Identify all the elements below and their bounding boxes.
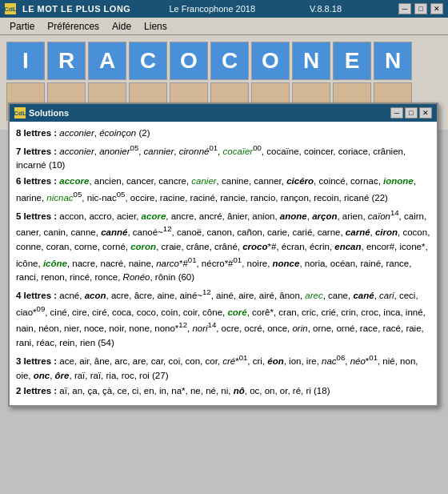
label-2: 2 lettres : [16,386,59,396]
solutions-5-lettres: 5 lettres : accon, accro, acier, acore, … [16,207,430,286]
solutions-4-lettres: 4 lettres : acné, acon, acre, âcre, aine… [16,287,430,351]
board-cell-1-9: E [333,42,371,80]
app-version: V.8.8.18 [310,4,342,14]
board-row-1: I R A C O C O N E N [6,42,442,80]
label-4: 4 lettres : [16,291,59,300]
menu-preferences[interactable]: Préférences [41,19,106,34]
label-7: 7 lettres : [16,147,59,156]
window-controls: ─ □ ✕ [398,3,443,14]
menu-partie[interactable]: Partie [3,19,41,34]
board-cell-1-3: A [88,42,126,80]
board-cell-1-8: N [292,42,330,80]
solutions-8-lettres: 8 lettres : acconier, écoinçon (2) [16,127,430,141]
label-8: 8 lettres : [16,128,59,138]
words-7: acconier, anonier05, cannier, cironné01,… [16,147,406,171]
solutions-close-button[interactable]: ✕ [419,107,432,118]
solutions-6-lettres: 6 lettres : accore, ancien, cancer, canc… [16,175,430,205]
menu-bar: Partie Préférences Aide Liens [0,18,448,35]
words-5: accon, accro, acier, acore, ancre, ancré… [16,211,430,283]
menu-aide[interactable]: Aide [106,19,138,34]
words-6: accore, ancien, cancer, cancre, canier, … [16,176,416,203]
label-3: 3 lettres : [16,356,59,366]
title-bar: CdL LE MOT LE PLUS LONG Le Francophone 2… [0,0,448,18]
board-cell-1-6: C [210,42,249,80]
menu-liens[interactable]: Liens [138,19,174,34]
words-2: aï, an, ça, çà, ce, ci, en, in, na*, ne,… [59,386,330,396]
solutions-window: CdL Solutions ─ □ ✕ 8 lettres : acconier… [8,102,438,407]
solutions-7-lettres: 7 lettres : acconier, anonier05, cannier… [16,143,430,173]
board-cell-1-1: I [6,42,45,80]
words-8: acconier, écoinçon (2) [59,128,150,138]
solutions-content: 8 lettres : acconier, écoinçon (2) 7 let… [10,122,437,405]
words-3: ace, air, âne, arc, are, car, coi, con, … [16,356,418,380]
board-cell-1-5: O [170,42,208,80]
solutions-win-controls: ─ □ ✕ [390,107,432,118]
board-cell-1-7: O [251,42,290,80]
words-4: acné, acon, acre, âcre, aine, ainé~12, a… [16,291,426,347]
solutions-title: Solutions [29,108,69,118]
label-6: 6 lettres : [16,176,59,186]
solutions-3-lettres: 3 lettres : ace, air, âne, arc, are, car… [16,352,430,383]
app-icon: CdL [5,3,16,14]
solutions-icon: CdL [14,107,26,118]
maximize-button[interactable]: □ [414,3,427,14]
board-cell-1-10: N [374,42,412,80]
board-cell-1-2: R [47,42,86,80]
app-title: LE MOT LE PLUS LONG [22,4,130,14]
solutions-title-bar: CdL Solutions ─ □ ✕ [10,104,437,122]
app-subtitle: Le Francophone 2018 [169,4,255,14]
solutions-maximize-button[interactable]: □ [405,107,418,118]
minimize-button[interactable]: ─ [398,3,411,14]
solutions-minimize-button[interactable]: ─ [390,107,403,118]
close-button[interactable]: ✕ [430,3,443,14]
app-window: CdL LE MOT LE PLUS LONG Le Francophone 2… [0,0,448,130]
board-cell-1-4: C [129,42,167,80]
label-5: 5 lettres : [16,211,59,221]
solutions-2-lettres: 2 lettres : aï, an, ça, çà, ce, ci, en, … [16,384,430,399]
